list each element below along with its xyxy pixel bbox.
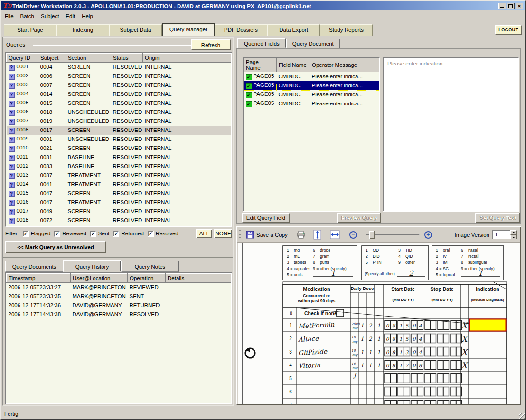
cell: CMINDC xyxy=(277,90,310,99)
table-row[interactable]: ?00040014SCREENRESOLVEDINTERNAL xyxy=(7,90,231,99)
menu-file[interactable]: File xyxy=(1,12,17,20)
tab-query-notes[interactable]: Query Notes xyxy=(121,261,179,272)
maximize-button[interactable] xyxy=(507,3,515,9)
queried-fields-table[interactable]: Page NameField NameOperator Message ✓PAG… xyxy=(243,57,380,212)
table-row[interactable]: ?00180072SCREENRESOLVEDINTERNAL xyxy=(7,216,231,225)
zoom-slider[interactable] xyxy=(366,230,420,240)
minimize-button[interactable] xyxy=(498,3,506,9)
title-bar[interactable]: TD TrialDriver Workstation 2.0.3 - APOLL… xyxy=(1,1,525,10)
table-row[interactable]: ?00120033BASELINERESOLVEDINTERNAL xyxy=(7,162,231,171)
query-history-table[interactable]: TimestampUser@LocationOperationDetails 2… xyxy=(5,272,232,404)
table-row[interactable]: ?00160047TREATMENTRESOLVEDINTERNAL xyxy=(7,198,231,207)
table-row[interactable]: ✓PAGE05CMINDCPlease enter indica... xyxy=(244,81,379,90)
table-row[interactable]: ?00130037TREATMENTRESOLVEDINTERNAL xyxy=(7,171,231,180)
tab-query-documents[interactable]: Query Documents xyxy=(5,261,63,272)
edit-query-field-button[interactable]: Edit Query Field xyxy=(242,213,290,223)
table-row[interactable]: ?00060018UNSCHEDULEDRESOLVEDINTERNAL xyxy=(7,108,231,117)
cell: CMINDC xyxy=(277,99,310,108)
cell: INTERNAL xyxy=(143,81,231,90)
col-header-section[interactable]: Section xyxy=(66,54,111,63)
document-image-area[interactable]: 1 = mg2 = mL3 = tablets4 = capsules5 = u… xyxy=(238,243,520,404)
tab-data-export[interactable]: Data Export xyxy=(267,24,320,36)
svg-text:6: 6 xyxy=(289,389,292,394)
close-button[interactable]: ✕ xyxy=(516,3,523,9)
col-header-timestamp[interactable]: Timestamp xyxy=(7,274,71,283)
menu-help[interactable]: Help xyxy=(78,12,96,20)
tab-query-manager[interactable]: Query Manager xyxy=(162,23,215,36)
set-query-text-button[interactable]: Set Query Text xyxy=(475,213,520,223)
col-header-operation[interactable]: Operation xyxy=(128,274,166,283)
tab-pdf-dossiers[interactable]: PDF Dossiers xyxy=(215,24,267,36)
col-header-query-id[interactable]: Query ID xyxy=(7,54,38,63)
filter-checkbox-reviewed[interactable]: ✓Reviewed xyxy=(50,231,86,237)
table-row[interactable]: ✓PAGE05CMINDCPlease enter indica... xyxy=(244,90,379,99)
table-row[interactable]: ?00020006SCREENRESOLVEDINTERNAL xyxy=(7,72,231,81)
table-row[interactable]: ?00140041TREATMENTRESOLVEDINTERNAL xyxy=(7,180,231,189)
image-version-value[interactable]: 1 xyxy=(492,230,510,239)
menu-batch[interactable]: Batch xyxy=(17,12,38,20)
cell: ?0006 xyxy=(7,108,38,117)
tab-subject-data[interactable]: Subject Data xyxy=(109,24,162,36)
preview-query-button[interactable]: Preview Query xyxy=(337,213,381,223)
filter-checkbox-resolved[interactable]: ✓Resolved xyxy=(144,231,178,237)
filter-checkbox-sent[interactable]: ✓Sent xyxy=(86,231,110,237)
table-row[interactable]: 2006-12-17T14:43:38DAVID@GERMANYRESOLVED xyxy=(7,310,231,319)
col-header-status[interactable]: Status xyxy=(111,54,143,63)
logout-button[interactable]: LOGOUT xyxy=(495,25,522,35)
fit-height-button[interactable] xyxy=(313,230,321,240)
mark-unresolved-button[interactable]: << Mark Query as Unresolved xyxy=(5,241,106,253)
col-header-field-name[interactable]: Field Name xyxy=(277,58,310,72)
table-row[interactable]: ?00170049SCREENRESOLVEDINTERNAL xyxy=(7,207,231,216)
table-row[interactable]: 2006-12-05T23:33:27MARK@PRINCETONREVIEWE… xyxy=(7,283,231,292)
col-header-details[interactable]: Details xyxy=(166,274,231,283)
col-header-page-name[interactable]: Page Name xyxy=(244,58,277,72)
col-header-subject[interactable]: Subject xyxy=(38,54,66,63)
cell: ?0012 xyxy=(7,162,38,171)
toolbar-drag-handle[interactable] xyxy=(239,230,241,240)
col-header-user-location[interactable]: User@Location xyxy=(71,274,128,283)
tab-study-reports[interactable]: Study Reports xyxy=(320,24,373,36)
tab-indexing[interactable]: Indexing xyxy=(56,24,109,36)
operator-message-text[interactable]: Please enter indication. xyxy=(383,57,519,212)
save-a-copy-button[interactable]: Save a Copy xyxy=(246,231,288,239)
filter-checkbox-flagged[interactable]: ✓Flagged xyxy=(19,231,51,237)
spinner-up-icon[interactable] xyxy=(510,230,517,235)
col-header-origin[interactable]: Origin xyxy=(143,54,231,63)
zoom-out-button[interactable]: − xyxy=(349,231,357,239)
tab-queried-fields[interactable]: Queried Fields xyxy=(237,38,286,48)
tab-start-page[interactable]: Start Page xyxy=(4,24,56,36)
tab-query-document[interactable]: Query Document xyxy=(286,39,340,48)
col-header-operator-message[interactable]: Operator Message xyxy=(310,58,379,72)
status-text: Fertig xyxy=(4,411,18,417)
queries-table[interactable]: Query IDSubjectSectionStatusOrigin ?0001… xyxy=(5,52,232,227)
table-row[interactable]: ✓PAGE05CMINDCPlease enter indica... xyxy=(244,72,379,81)
table-row[interactable]: ?00010004SCREENRESOLVEDINTERNAL xyxy=(7,63,231,72)
menu-subject[interactable]: Subject xyxy=(38,12,62,20)
print-button[interactable] xyxy=(296,231,306,239)
table-row[interactable]: ?00110031BASELINERESOLVEDINTERNAL xyxy=(7,153,231,162)
menu-edit[interactable]: Edit xyxy=(62,12,78,20)
table-row[interactable]: ?00090001UNSCHEDULEDRESOLVEDINTERNAL xyxy=(7,135,231,144)
fit-width-button[interactable] xyxy=(330,230,340,239)
table-row[interactable]: 2006-12-17T14:32:36DAVID@GERMANYRETURNED xyxy=(7,301,231,310)
filter-all-button[interactable]: ALL xyxy=(196,229,212,238)
table-row[interactable]: ?00080017SCREENRESOLVEDINTERNAL xyxy=(7,126,231,135)
spinner-down-icon[interactable] xyxy=(510,235,517,240)
table-row[interactable]: ?00150047SCREENRESOLVEDINTERNAL xyxy=(7,189,231,198)
table-row[interactable]: ?00030007SCREENRESOLVEDINTERNAL xyxy=(7,81,231,90)
image-version-spinner[interactable]: 1 xyxy=(492,230,517,239)
svg-text:1: 1 xyxy=(289,323,292,328)
table-row[interactable]: ?00070019UNSCHEDULEDRESOLVEDINTERNAL xyxy=(7,117,231,126)
table-row[interactable]: ?00050015SCREENRESOLVEDINTERNAL xyxy=(7,99,231,108)
slider-thumb[interactable] xyxy=(369,231,375,239)
cell: SCREEN xyxy=(66,72,111,81)
table-row[interactable]: ?00100021SCREENRESOLVEDINTERNAL xyxy=(7,144,231,153)
tab-query-history[interactable]: Query History xyxy=(63,260,121,272)
zoom-in-button[interactable]: + xyxy=(424,231,432,239)
filter-checkbox-returned[interactable]: ✓Returned xyxy=(109,231,143,237)
filter-none-button[interactable]: NONE xyxy=(214,229,232,238)
refresh-button[interactable]: Refresh xyxy=(191,39,231,50)
table-row[interactable]: 2006-12-05T23:33:35MARK@PRINCETONSENT xyxy=(7,292,231,301)
table-row[interactable]: ✓PAGE05CMINDCPlease enter indica... xyxy=(244,99,379,108)
resize-grip[interactable] xyxy=(519,413,526,420)
